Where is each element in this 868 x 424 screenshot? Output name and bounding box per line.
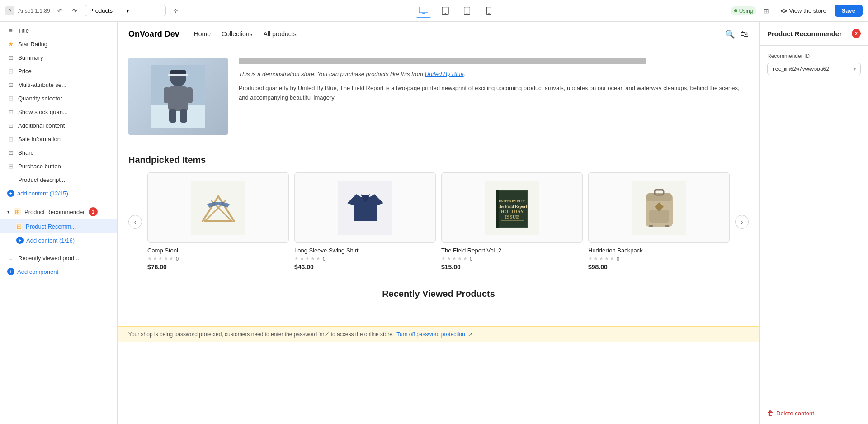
sidebar-scroll: ≡ Title ★ Star Rating ⊡ Summary ⊡ Price … xyxy=(0,22,117,424)
store-nav: OnVoard Dev Home Collections All product… xyxy=(118,22,760,47)
product-description-icon: ≡ xyxy=(7,176,14,183)
add-content-button[interactable]: + add content (12/15) xyxy=(0,186,117,200)
product-stars-1: ★ ★ ★ ★ ★ 0 xyxy=(294,256,436,262)
svg-rect-19 xyxy=(168,74,188,76)
sidebar-item-title[interactable]: ≡ Title xyxy=(0,24,117,37)
plus-icon: + xyxy=(7,190,14,197)
view-store-label: View the store xyxy=(789,7,826,14)
tablet-device-button[interactable] xyxy=(460,4,474,18)
sidebar-item-product-description[interactable]: ≡ Product descripti... xyxy=(0,173,117,186)
product-star-count-0: 0 xyxy=(176,256,179,262)
tablet-large-device-button[interactable] xyxy=(438,4,453,18)
product-card-3: Hudderton Backpack ★ ★ ★ ★ ★ 0 $98.00 xyxy=(588,172,730,271)
svg-rect-15 xyxy=(186,87,193,103)
products-grid: Camp Stool ★ ★ ★ ★ ★ 0 $78.00 xyxy=(147,172,730,271)
sidebar-item-show-stock[interactable]: ⊡ Show stock quan... xyxy=(0,105,117,119)
sidebar-item-additional-content[interactable]: ⊡ Additional content xyxy=(0,119,117,132)
products-dropdown[interactable]: Products ▾ xyxy=(85,5,166,16)
additional-content-icon: ⊡ xyxy=(7,122,14,129)
svg-rect-14 xyxy=(164,87,170,103)
recommender-id-value: rec_mh62w7ywwvppq62 xyxy=(772,66,854,72)
plus-sub-icon: + xyxy=(16,237,24,244)
main-layout: ≡ Title ★ Star Rating ⊡ Summary ⊡ Price … xyxy=(0,22,868,424)
sidebar-item-price[interactable]: ⊡ Price xyxy=(0,64,117,78)
summary-icon: ⊡ xyxy=(7,54,14,61)
svg-rect-35 xyxy=(496,190,499,228)
delete-content-button[interactable]: 🗑 Delete content xyxy=(767,410,814,417)
price-icon: ⊡ xyxy=(7,67,14,75)
recommender-id-field[interactable]: rec_mh62w7ywwvppq62 ▾ xyxy=(767,63,861,75)
right-sidebar-header: Product Recommender 2 xyxy=(760,22,868,46)
badge-2: 2 xyxy=(852,29,861,38)
product-link[interactable]: United By Blue xyxy=(425,71,464,77)
carousel-prev-button[interactable]: ‹ xyxy=(128,215,142,229)
product-price-1: $46.00 xyxy=(294,263,436,271)
svg-text:HOLIDAY: HOLIDAY xyxy=(500,209,524,214)
trash-icon: 🗑 xyxy=(767,410,774,417)
product-card-image-1 xyxy=(294,172,436,243)
nav-link-collections[interactable]: Collections xyxy=(222,30,252,38)
svg-rect-34 xyxy=(501,220,524,221)
collapse-icon: ▾ xyxy=(7,209,10,215)
sidebar-item-label: Price xyxy=(18,68,110,75)
nav-link-home[interactable]: Home xyxy=(194,30,211,38)
topbar-center xyxy=(186,4,727,18)
password-bar-text: Your shop is being password protected, c… xyxy=(128,331,394,338)
sidebar-item-purchase-button[interactable]: ⊟ Purchase button xyxy=(0,159,117,173)
product-card-name-3: Hudderton Backpack xyxy=(588,247,730,254)
sidebar-item-label: Quantity selector xyxy=(18,95,110,102)
product-star-count-1: 0 xyxy=(323,256,326,262)
cart-icon[interactable]: 🛍 xyxy=(741,29,749,39)
product-card-image-2: UNITED BY BLUE The Field Report HOLIDAY … xyxy=(441,172,583,243)
undo-redo-group: ↶ ↷ xyxy=(54,5,81,17)
using-dot xyxy=(734,9,737,12)
product-image-placeholder xyxy=(128,58,228,135)
divider2 xyxy=(0,249,117,249)
add-component-label: Add component xyxy=(17,268,58,275)
sidebar-item-sale-information[interactable]: ⊡ Sale information xyxy=(0,132,117,146)
select-tool-button[interactable]: ⊹ xyxy=(170,5,182,17)
sidebar-group-product-recommender[interactable]: ▾ ⊞ Product Recommender 1 xyxy=(0,204,117,219)
sidebar-item-star-rating[interactable]: ★ Star Rating xyxy=(0,37,117,51)
product-info: This is a demonstration store. You can p… xyxy=(239,58,749,135)
sidebar-sub-item-product-recommender[interactable]: ⊞ Product Recomm... xyxy=(0,219,117,233)
nav-link-all-products[interactable]: All products xyxy=(264,30,297,38)
sidebar-item-label: Additional content xyxy=(18,122,110,129)
recently-viewed-title: Recently Viewed Products xyxy=(128,289,749,299)
svg-text:The Field Report: The Field Report xyxy=(497,204,527,209)
product-card-name-1: Long Sleeve Swing Shirt xyxy=(294,247,436,254)
mobile-device-button[interactable] xyxy=(481,4,496,18)
product-recommender-sub-icon: ⊞ xyxy=(16,223,22,230)
carousel-next-button[interactable]: › xyxy=(735,215,749,229)
sidebar-item-quantity-selector[interactable]: ⊡ Quantity selector xyxy=(0,91,117,105)
layout-icon-button[interactable]: ⊞ xyxy=(760,5,773,17)
product-stars-2: ★ ★ ★ ★ ★ 0 xyxy=(441,256,583,262)
star-rating-icon: ★ xyxy=(7,40,14,48)
add-component-button[interactable]: + Add component xyxy=(0,265,117,278)
products-row: ‹ xyxy=(128,172,749,271)
sidebar-item-recently-viewed[interactable]: ≡ Recently viewed prod... xyxy=(0,251,117,265)
recently-viewed-icon: ≡ xyxy=(7,254,14,262)
sidebar-item-summary[interactable]: ⊡ Summary xyxy=(0,51,117,64)
svg-text:UNITED BY BLUE: UNITED BY BLUE xyxy=(499,200,526,203)
view-store-button[interactable]: View the store xyxy=(776,5,830,16)
search-icon[interactable]: 🔍 xyxy=(725,29,735,39)
product-stars-3: ★ ★ ★ ★ ★ 0 xyxy=(588,256,730,262)
turn-off-password-link[interactable]: Turn off password protection xyxy=(396,331,465,338)
save-button[interactable]: Save xyxy=(835,5,863,17)
sidebar-item-share[interactable]: ⊡ Share xyxy=(0,146,117,159)
product-card-image-0 xyxy=(147,172,289,243)
undo-button[interactable]: ↶ xyxy=(54,5,66,17)
add-content-sub-button[interactable]: + Add content (1/16) xyxy=(0,233,117,247)
title-icon: ≡ xyxy=(7,27,14,34)
add-content-label: add content (12/15) xyxy=(17,190,68,197)
quantity-selector-icon: ⊡ xyxy=(7,95,14,102)
store-brand: OnVoard Dev xyxy=(128,29,179,39)
handpicked-section: Handpicked Items ‹ xyxy=(128,146,749,280)
topbar: A Arise1 1.1.89 ↶ ↷ Products ▾ ⊹ Using xyxy=(0,0,868,22)
chevron-down-icon: ▾ xyxy=(126,7,161,14)
desktop-device-button[interactable] xyxy=(416,4,431,18)
plus-component-icon: + xyxy=(7,268,14,275)
redo-button[interactable]: ↷ xyxy=(68,5,81,17)
sidebar-item-multi-attribute[interactable]: ⊡ Multi-attribute se... xyxy=(0,78,117,91)
